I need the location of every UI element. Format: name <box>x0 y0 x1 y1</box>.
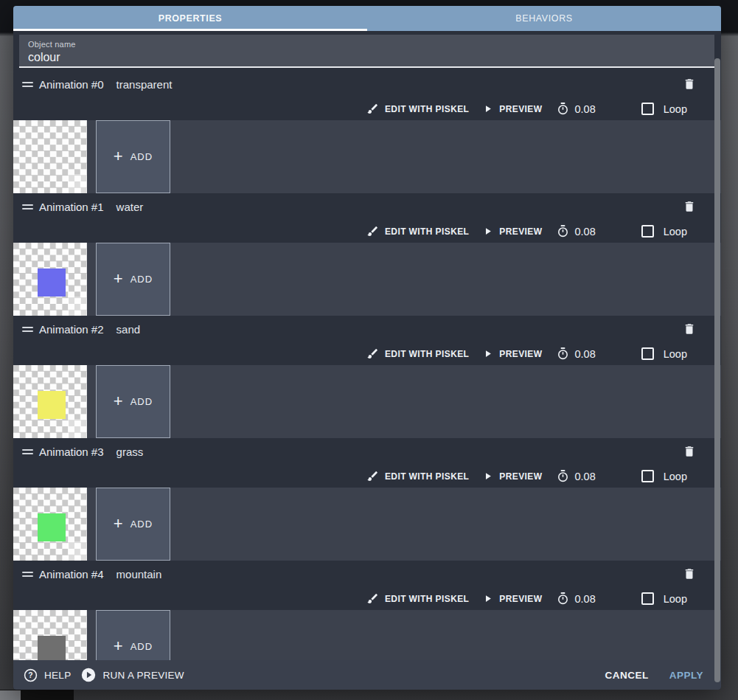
frame-delay-value: 0.08 <box>575 471 596 482</box>
frame-delay-value: 0.08 <box>575 593 596 605</box>
frame-delay-value: 0.08 <box>575 103 596 115</box>
edit-with-piskel-button[interactable]: EDIT WITH PISKEL <box>366 592 469 605</box>
edit-with-piskel-button[interactable]: EDIT WITH PISKEL <box>366 103 469 115</box>
loop-toggle[interactable]: Loop <box>641 225 687 238</box>
timer-icon <box>556 347 570 361</box>
animation-toolbar: EDIT WITH PISKEL PREVIEW <box>13 465 721 488</box>
play-icon <box>482 348 493 359</box>
loop-checkbox[interactable] <box>641 592 654 605</box>
animation-section: Animation #1 water EDIT WITH PISKEL <box>13 193 721 316</box>
loop-toggle[interactable]: Loop <box>641 592 687 605</box>
tab-behaviors[interactable]: BEHAVIORS <box>367 6 721 31</box>
frame-thumbnail[interactable] <box>13 120 87 193</box>
frame-delay-button[interactable]: 0.08 <box>556 469 596 483</box>
loop-checkbox[interactable] <box>641 347 654 360</box>
play-icon <box>482 593 493 604</box>
animation-title: Animation #2 <box>39 323 104 336</box>
animation-name-input[interactable]: transparent <box>116 78 173 91</box>
preview-button[interactable]: PREVIEW <box>482 593 542 604</box>
animation-name-input[interactable]: water <box>116 201 144 213</box>
cancel-button[interactable]: CANCEL <box>605 670 648 681</box>
edit-with-piskel-button[interactable]: EDIT WITH PISKEL <box>366 470 469 482</box>
animation-name-input[interactable]: grass <box>116 446 144 458</box>
dialog-content: Object name colour Animation #0 transpar… <box>13 31 721 690</box>
animation-title: Animation #0 <box>39 78 104 91</box>
add-frame-button[interactable]: + ADD <box>96 365 170 438</box>
loop-checkbox[interactable] <box>641 225 654 238</box>
play-circle-icon <box>81 668 96 682</box>
brush-icon <box>366 470 379 482</box>
animation-section: Animation #3 grass EDIT WITH PISKEL <box>13 438 721 561</box>
delete-animation-button[interactable] <box>681 198 697 215</box>
object-name-value[interactable]: colour <box>28 51 706 64</box>
svg-text:?: ? <box>28 671 33 679</box>
thumbnail-corner <box>68 174 87 193</box>
delete-animation-button[interactable] <box>681 443 697 460</box>
tab-bar: PROPERTIES BEHAVIORS <box>13 6 721 31</box>
preview-button[interactable]: PREVIEW <box>482 103 542 114</box>
drag-handle-icon[interactable] <box>22 327 33 332</box>
animation-toolbar: EDIT WITH PISKEL PREVIEW <box>13 342 721 365</box>
delete-animation-button[interactable] <box>681 565 697 583</box>
animation-header: Animation #0 transparent <box>13 71 721 97</box>
delete-animation-button[interactable] <box>681 320 697 338</box>
drag-handle-icon[interactable] <box>22 572 33 577</box>
loop-checkbox[interactable] <box>641 103 654 115</box>
animation-toolbar: EDIT WITH PISKEL PREVIEW <box>13 220 721 243</box>
help-icon: ? <box>24 668 38 682</box>
loop-toggle[interactable]: Loop <box>641 347 687 360</box>
background-artifact <box>0 690 21 700</box>
trash-icon <box>683 77 696 91</box>
preview-button[interactable]: PREVIEW <box>482 348 542 359</box>
run-a-preview-button[interactable]: RUN A PREVIEW <box>81 668 184 682</box>
loop-checkbox[interactable] <box>641 470 654 482</box>
frames-strip: + ADD <box>13 365 721 438</box>
add-frame-button[interactable]: + ADD <box>96 243 170 316</box>
edit-with-piskel-button[interactable]: EDIT WITH PISKEL <box>366 347 469 360</box>
delete-animation-button[interactable] <box>681 75 697 93</box>
brush-icon <box>366 103 379 115</box>
preview-button[interactable]: PREVIEW <box>482 471 542 482</box>
frame-delay-button[interactable]: 0.08 <box>556 347 596 361</box>
animation-name-input[interactable]: mountain <box>116 568 162 581</box>
animation-toolbar: EDIT WITH PISKEL PREVIEW <box>13 587 721 610</box>
dialog-scrollbar[interactable] <box>714 58 720 682</box>
drag-handle-icon[interactable] <box>22 82 33 87</box>
frames-strip: + ADD <box>13 488 721 561</box>
trash-icon <box>683 444 696 459</box>
frame-color-swatch <box>38 391 66 419</box>
object-name-field[interactable]: Object name colour <box>19 35 714 68</box>
thumbnail-corner <box>68 541 87 561</box>
help-button[interactable]: ? HELP <box>24 668 71 682</box>
frame-delay-value: 0.08 <box>575 348 596 360</box>
animation-section: Animation #0 transparent EDIT WITH PISKE… <box>13 71 721 193</box>
brush-icon <box>366 347 379 360</box>
brush-icon <box>366 225 379 238</box>
frame-delay-value: 0.08 <box>575 226 596 238</box>
play-icon <box>482 471 493 482</box>
animation-name-input[interactable]: sand <box>116 323 141 336</box>
frame-thumbnail[interactable] <box>13 243 87 316</box>
frame-delay-button[interactable]: 0.08 <box>556 102 596 116</box>
loop-toggle[interactable]: Loop <box>641 103 687 115</box>
apply-button[interactable]: APPLY <box>669 670 703 681</box>
add-frame-button[interactable]: + ADD <box>96 120 170 193</box>
drag-handle-icon[interactable] <box>22 204 33 209</box>
add-frame-button[interactable]: + ADD <box>96 488 170 561</box>
brush-icon <box>366 592 379 605</box>
frame-thumbnail[interactable] <box>13 488 87 561</box>
loop-toggle[interactable]: Loop <box>641 470 687 482</box>
preview-button[interactable]: PREVIEW <box>482 226 542 237</box>
tab-properties[interactable]: PROPERTIES <box>13 6 367 31</box>
animation-toolbar: EDIT WITH PISKEL PREVIEW <box>13 97 721 120</box>
frame-thumbnail[interactable] <box>13 365 87 438</box>
timer-icon <box>556 469 570 483</box>
frame-delay-button[interactable]: 0.08 <box>556 224 596 238</box>
frame-color-swatch <box>38 513 66 541</box>
trash-icon <box>683 566 696 581</box>
frame-delay-button[interactable]: 0.08 <box>556 592 596 606</box>
edit-with-piskel-button[interactable]: EDIT WITH PISKEL <box>366 225 469 238</box>
play-icon <box>482 103 493 114</box>
thumbnail-corner <box>68 297 87 316</box>
drag-handle-icon[interactable] <box>22 449 33 454</box>
